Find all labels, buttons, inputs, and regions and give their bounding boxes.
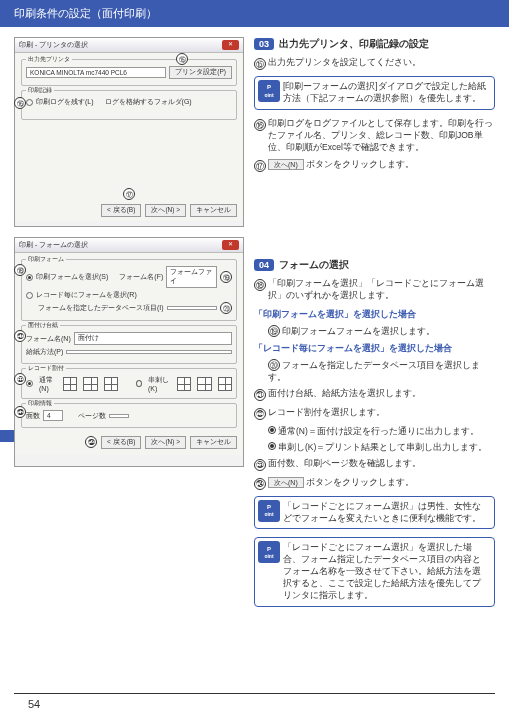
close-icon[interactable]: ✕ — [222, 40, 239, 50]
layout-icon — [83, 377, 97, 391]
point-box: Point 「レコードごとにフォーム選択」を選択した場合、フォーム指定したデータ… — [254, 537, 495, 606]
point-box: Point [印刷ーフォームの選択]ダイアログで設定した給紙方法（下記フォームの… — [254, 76, 495, 110]
dialog-form-select: 印刷 - フォームの選択 ✕ 印刷フォーム ⑱ 印刷フォームを選択(S) フォー… — [14, 237, 244, 467]
page-header: 印刷条件の設定（面付印刷） — [0, 0, 509, 27]
point-icon: Point — [258, 541, 280, 563]
point-icon: Point — [258, 500, 280, 522]
page-number: 54 — [28, 698, 40, 710]
printer-field[interactable]: KONICA MINOLTA mc7440 PCL6 — [26, 67, 166, 78]
next-button[interactable]: 次へ(N) > — [145, 204, 186, 217]
footer-rule — [14, 693, 495, 694]
cancel-button[interactable]: キャンセル — [190, 204, 237, 217]
cancel-button[interactable]: キャンセル — [190, 436, 237, 449]
dialog-title: 印刷 - フォームの選択 — [19, 240, 88, 250]
point-box: Point 「レコードごとにフォーム選択」は男性、女性などでフォームを変えたいと… — [254, 496, 495, 530]
radio-icon — [268, 426, 276, 434]
page-title: 印刷条件の設定（面付印刷） — [14, 7, 157, 19]
dialog-printer-select: 印刷 - プリンタの選択 ✕ 出力先プリンタ KONICA MINOLTA mc… — [14, 37, 244, 227]
section-03-head: 03 出力先プリンタ、印刷記録の設定 — [254, 37, 495, 51]
close-icon[interactable]: ✕ — [222, 240, 239, 250]
radio-icon — [268, 442, 276, 450]
section-04-head: 04 フォームの選択 — [254, 258, 495, 272]
side-tab: 印刷 — [0, 430, 14, 442]
dialog-title: 印刷 - プリンタの選択 — [19, 40, 88, 50]
layout-icon — [104, 377, 118, 391]
log-checkbox[interactable] — [26, 99, 33, 106]
layout-icon — [177, 377, 191, 391]
printer-settings-button[interactable]: プリンタ設定(P) — [169, 66, 232, 79]
form-name-field[interactable]: フォームファイ — [166, 266, 217, 288]
layout-icon — [63, 377, 77, 391]
back-button[interactable]: < 戻る(B) — [101, 436, 141, 449]
next-button[interactable]: 次へ(N) > — [145, 436, 186, 449]
point-icon: Point — [258, 80, 280, 102]
layout-icon — [218, 377, 232, 391]
layout-icon — [197, 377, 211, 391]
back-button[interactable]: < 戻る(B) — [101, 204, 141, 217]
db-item-field[interactable] — [167, 306, 217, 310]
